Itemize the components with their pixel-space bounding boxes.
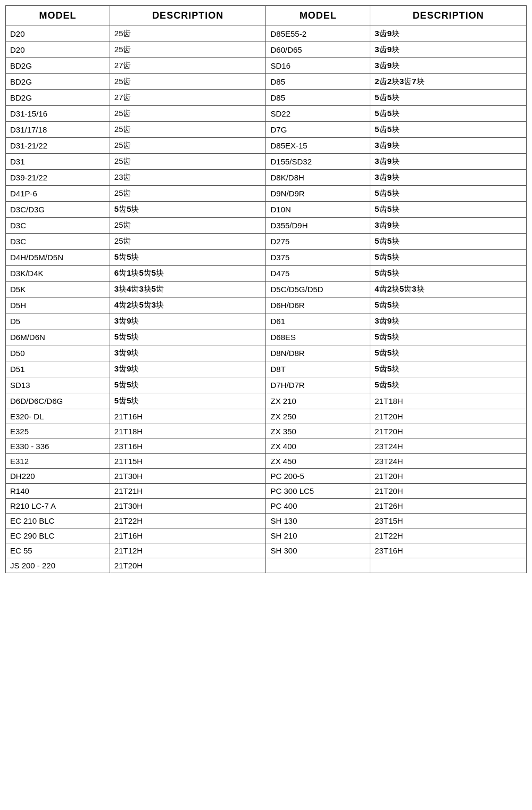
cell-desc2: 5齿5块 xyxy=(370,234,527,250)
cell-desc2: 3齿9块 xyxy=(370,154,527,170)
cell-model1: D5 xyxy=(6,313,110,329)
cell-desc1: 25齿 xyxy=(110,106,266,122)
cell-model2: D60/D65 xyxy=(266,42,370,58)
cell-model2: SH 300 xyxy=(266,543,370,558)
cell-desc1: 21T21H xyxy=(110,484,266,499)
cell-model2 xyxy=(266,558,370,573)
cell-model1: D31 xyxy=(6,154,110,170)
cell-model1: E312 xyxy=(6,454,110,469)
table-row: EC 210 BLC21T22HSH 13023T15H xyxy=(6,514,527,528)
cell-model2: D6H/D6R xyxy=(266,297,370,313)
cell-desc2: 21T18H xyxy=(370,393,527,409)
cell-model2: D475 xyxy=(266,266,370,282)
table-row: JS 200 - 22021T20H xyxy=(6,558,527,573)
cell-model2: ZX 350 xyxy=(266,424,370,439)
table-row: D5K3块4齿3块5齿D5C/D5G/D5D4齿2块5齿3块 xyxy=(6,282,527,297)
cell-desc2: 5齿5块 xyxy=(370,377,527,393)
cell-model1: R140 xyxy=(6,484,110,499)
table-row: R210 LC-7 A21T30HPC 40021T26H xyxy=(6,499,527,514)
table-row: EC 5521T12HSH 30023T16H xyxy=(6,543,527,558)
cell-desc1: 3齿9块 xyxy=(110,313,266,329)
cell-desc1: 21T22H xyxy=(110,514,266,528)
cell-desc1: 21T15H xyxy=(110,454,266,469)
table-row: E32521T18HZX 35021T20H xyxy=(6,424,527,439)
cell-model2: SH 210 xyxy=(266,528,370,543)
cell-desc2: 5齿5块 xyxy=(370,266,527,282)
main-container: MODEL DESCRIPTION MODEL DESCRIPTION D202… xyxy=(0,0,532,810)
cell-model1: BD2G xyxy=(6,74,110,90)
cell-model1: D5K xyxy=(6,282,110,297)
cell-desc2: 5齿5块 xyxy=(370,250,527,266)
cell-model2: ZX 250 xyxy=(266,409,370,424)
cell-model2: D7H/D7R xyxy=(266,377,370,393)
cell-desc1: 21T16H xyxy=(110,409,266,424)
cell-desc2: 5齿5块 xyxy=(370,90,527,106)
cell-desc2: 3齿9块 xyxy=(370,218,527,234)
cell-desc2: 21T22H xyxy=(370,528,527,543)
cell-desc1: 6齿1块5齿5块 xyxy=(110,266,266,282)
table-row: E330 - 33623T16HZX 40023T24H xyxy=(6,439,527,454)
table-row: R14021T21HPC 300 LC521T20H xyxy=(6,484,527,499)
cell-model1: D20 xyxy=(6,26,110,42)
table-row: D31-15/1625齿SD225齿5块 xyxy=(6,106,527,122)
cell-model2: D68ES xyxy=(266,329,370,345)
cell-desc2: 5齿5块 xyxy=(370,106,527,122)
cell-model1: BD2G xyxy=(6,90,110,106)
cell-model1: E320- DL xyxy=(6,409,110,424)
cell-model2: SD22 xyxy=(266,106,370,122)
cell-desc1: 25齿 xyxy=(110,234,266,250)
cell-model1: D20 xyxy=(6,42,110,58)
cell-model2: D375 xyxy=(266,250,370,266)
table-row: D3125齿D155/SD323齿9块 xyxy=(6,154,527,170)
cell-desc1: 5齿5块 xyxy=(110,329,266,345)
cell-model2: D9N/D9R xyxy=(266,186,370,202)
table-row: D3C25齿D2755齿5块 xyxy=(6,234,527,250)
cell-desc1: 4齿2块5齿3块 xyxy=(110,297,266,313)
cell-desc2: 21T20H xyxy=(370,484,527,499)
cell-model1: D31/17/18 xyxy=(6,122,110,138)
table-row: D513齿9块D8T5齿5块 xyxy=(6,361,527,377)
cell-desc1: 21T16H xyxy=(110,528,266,543)
cell-desc1: 25齿 xyxy=(110,74,266,90)
cell-desc2: 3齿9块 xyxy=(370,170,527,186)
cell-model1: D51 xyxy=(6,361,110,377)
table-row: E31221T15HZX 45023T24H xyxy=(6,454,527,469)
cell-model2: D7G xyxy=(266,122,370,138)
cell-desc2: 23T15H xyxy=(370,514,527,528)
cell-desc1: 25齿 xyxy=(110,186,266,202)
cell-desc2: 21T26H xyxy=(370,499,527,514)
cell-model2: D8K/D8H xyxy=(266,170,370,186)
cell-desc2: 3齿9块 xyxy=(370,58,527,74)
table-row: SD135齿5块D7H/D7R5齿5块 xyxy=(6,377,527,393)
cell-desc2: 5齿5块 xyxy=(370,345,527,361)
cell-model2: ZX 450 xyxy=(266,454,370,469)
table-row: D31-21/2225齿D85EX-153齿9块 xyxy=(6,138,527,154)
cell-desc2: 23T24H xyxy=(370,439,527,454)
cell-desc2: 5齿5块 xyxy=(370,297,527,313)
cell-desc2: 5齿5块 xyxy=(370,329,527,345)
cell-desc2: 23T16H xyxy=(370,543,527,558)
cell-desc1: 25齿 xyxy=(110,122,266,138)
cell-model2: D275 xyxy=(266,234,370,250)
cell-desc1: 21T18H xyxy=(110,424,266,439)
cell-model1: EC 55 xyxy=(6,543,110,558)
cell-desc1: 5齿5块 xyxy=(110,250,266,266)
header-model2: MODEL xyxy=(266,6,370,26)
cell-desc1: 5齿5块 xyxy=(110,377,266,393)
cell-model1: D31-15/16 xyxy=(6,106,110,122)
cell-desc2: 5齿5块 xyxy=(370,361,527,377)
table-row: BD2G27齿SD163齿9块 xyxy=(6,58,527,74)
cell-model2: PC 300 LC5 xyxy=(266,484,370,499)
cell-desc2: 2齿2块3齿7块 xyxy=(370,74,527,90)
cell-desc1: 23T16H xyxy=(110,439,266,454)
cell-model2: D85 xyxy=(266,74,370,90)
cell-model1: D41P-6 xyxy=(6,186,110,202)
cell-model2: D10N xyxy=(266,202,370,218)
cell-desc1: 21T30H xyxy=(110,499,266,514)
cell-model2: D61 xyxy=(266,313,370,329)
cell-desc2: 21T20H xyxy=(370,409,527,424)
cell-model1: EC 210 BLC xyxy=(6,514,110,528)
cell-model1: E325 xyxy=(6,424,110,439)
cell-desc2: 23T24H xyxy=(370,454,527,469)
cell-desc1: 25齿 xyxy=(110,218,266,234)
